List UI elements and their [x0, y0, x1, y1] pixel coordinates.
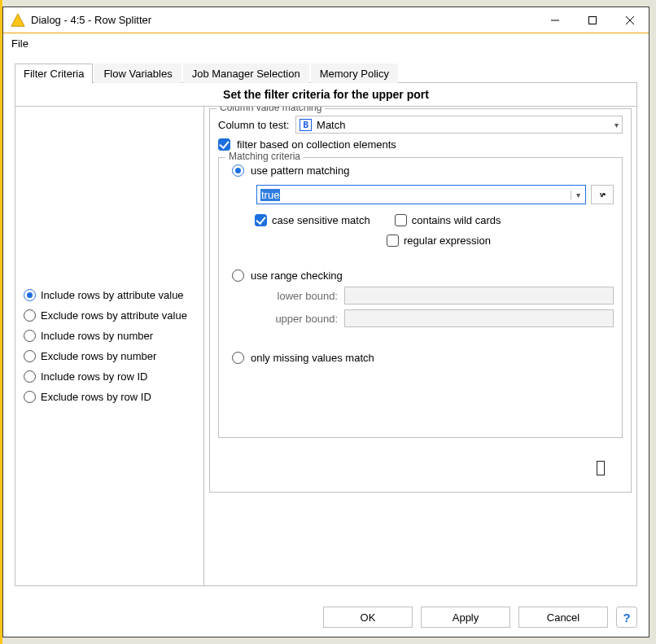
tab-flow-variables[interactable]: Flow Variables [94, 64, 181, 83]
radio-icon [24, 370, 36, 383]
svg-rect-1 [589, 16, 597, 24]
knime-app-icon [10, 12, 26, 28]
column-to-test-label: Column to test: [218, 119, 289, 131]
mode-label: Include rows by attribute value [41, 289, 184, 301]
filter-mode-list: Include rows by attribute value Exclude … [15, 106, 204, 585]
upper-bound-input [344, 309, 614, 327]
checkbox-regex[interactable]: regular expression [387, 234, 491, 247]
radio-icon [24, 350, 36, 362]
panel-header: Set the filter criteria for the upper po… [15, 83, 636, 106]
group-matching-criteria: Matching criteria use pattern matching t… [218, 157, 623, 438]
lower-bound-label: lower bound: [256, 290, 338, 302]
column-to-test-value: Match [317, 119, 610, 131]
column-to-test-select[interactable]: B Match ▾ [295, 116, 623, 134]
case-sensitive-label: case sensitive match [272, 214, 370, 226]
pattern-value: true [257, 189, 571, 201]
radio-use-range[interactable] [232, 269, 244, 282]
radio-use-pattern[interactable] [232, 164, 244, 177]
mode-exclude-by-rowid[interactable]: Exclude rows by row ID [24, 391, 195, 403]
tab-strip: Filter Criteria Flow Variables Job Manag… [15, 62, 637, 83]
minimize-button[interactable] [536, 7, 574, 33]
dialog-window: Dialog - 4:5 - Row Splitter File Filter … [2, 7, 649, 637]
mode-label: Include rows by row ID [41, 370, 148, 383]
regex-label: regular expression [404, 234, 491, 247]
checkbox-wildcards[interactable]: contains wild cards [395, 214, 501, 226]
maximize-button[interactable] [574, 7, 611, 33]
radio-icon [24, 309, 36, 322]
split-pane: Include rows by attribute value Exclude … [15, 106, 636, 585]
chevron-down-icon: ▾ [614, 120, 619, 129]
radio-only-missing-label: only missing values match [251, 352, 374, 364]
tab-page-filter-criteria: Set the filter criteria for the upper po… [15, 83, 637, 586]
flow-variable-button[interactable]: v• [591, 185, 614, 204]
checkbox-filter-collection[interactable] [218, 138, 230, 151]
mode-label: Exclude rows by attribute value [41, 309, 187, 322]
mode-include-by-attr[interactable]: Include rows by attribute value [24, 289, 195, 301]
ok-button[interactable]: OK [323, 607, 413, 628]
mode-exclude-by-attr[interactable]: Exclude rows by attribute value [24, 309, 195, 322]
checkbox-icon [255, 214, 267, 226]
criteria-detail-pane: Column value matching Column to test: B … [204, 106, 636, 585]
radio-use-range-label: use range checking [251, 269, 343, 282]
group-column-value-matching: Column value matching Column to test: B … [209, 108, 632, 493]
window-title: Dialog - 4:5 - Row Splitter [31, 14, 151, 26]
radio-use-pattern-label: use pattern matching [251, 164, 349, 177]
upper-bound-label: upper bound: [256, 313, 338, 325]
title-bar: Dialog - 4:5 - Row Splitter [3, 7, 649, 33]
radio-only-missing[interactable] [232, 352, 244, 364]
mode-include-by-rowid[interactable]: Include rows by row ID [24, 370, 195, 383]
pattern-combobox[interactable]: true ▾ [256, 185, 586, 204]
group-title: Matching criteria [225, 151, 304, 162]
svg-marker-0 [11, 13, 24, 25]
tab-job-manager[interactable]: Job Manager Selection [183, 64, 309, 83]
text-cursor-icon [597, 461, 605, 475]
tab-filter-criteria[interactable]: Filter Criteria [15, 64, 93, 83]
checkbox-case-sensitive[interactable]: case sensitive match [255, 214, 370, 226]
checkbox-icon [387, 234, 399, 247]
menu-bar: File [3, 33, 649, 54]
checkbox-filter-collection-label: filter based on collection elements [237, 138, 396, 151]
mode-include-by-number[interactable]: Include rows by number [24, 330, 195, 342]
radio-icon [24, 391, 36, 403]
mode-label: Include rows by number [41, 330, 153, 342]
group-title: Column value matching [216, 106, 325, 113]
mode-label: Exclude rows by row ID [41, 391, 151, 403]
content-area: Filter Criteria Flow Variables Job Manag… [3, 54, 649, 598]
radio-icon [24, 330, 36, 342]
help-button[interactable]: ? [616, 607, 637, 628]
type-badge-icon: B [300, 119, 312, 131]
mode-exclude-by-number[interactable]: Exclude rows by number [24, 350, 195, 362]
radio-icon [24, 289, 36, 301]
dialog-footer: OK Apply Cancel ? [3, 598, 649, 637]
checkbox-icon [395, 214, 407, 226]
cancel-button[interactable]: Cancel [518, 607, 608, 628]
wildcards-label: contains wild cards [412, 214, 501, 226]
menu-file[interactable]: File [11, 37, 28, 50]
chevron-down-icon[interactable]: ▾ [571, 191, 585, 199]
mode-label: Exclude rows by number [41, 350, 156, 362]
close-button[interactable] [611, 7, 649, 33]
tab-memory-policy[interactable]: Memory Policy [311, 64, 398, 83]
lower-bound-input [344, 287, 614, 304]
apply-button[interactable]: Apply [421, 607, 510, 628]
